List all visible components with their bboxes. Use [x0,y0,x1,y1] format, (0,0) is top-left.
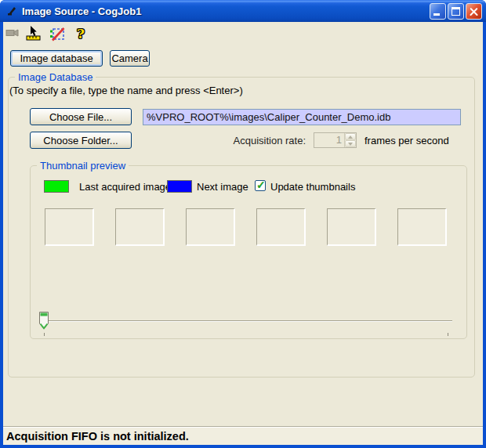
image-database-group-label: Image Database [15,71,96,83]
choose-file-button[interactable]: Choose File... [30,108,132,125]
thumbnail-slot [327,208,376,246]
file-path-input[interactable]: %VPRO_ROOT%\images\Caliper_Counter_Demo.… [143,109,461,125]
slider-tick-right [448,333,448,336]
thumbnail-slider-track[interactable] [43,320,452,322]
file-instruction-text: (To specify a file, type the name and pr… [9,85,243,96]
thumbnail-slot [45,208,94,246]
minimize-icon [433,13,440,16]
thumbnail-slot [256,208,306,246]
choose-folder-button[interactable]: Choose Folder... [30,132,132,149]
next-image-swatch [167,180,192,193]
titlebar[interactable]: Image Source - CogJob1 [0,0,486,22]
maximize-button[interactable] [448,3,464,20]
spinner-up-icon[interactable] [345,133,356,140]
acquisition-rate-unit: frames per second [364,135,449,146]
tab-image-database[interactable]: Image database [10,50,103,67]
close-button[interactable] [466,3,482,20]
camera-icon [5,27,20,38]
minimize-button[interactable] [430,3,446,20]
acquisition-rate-label: Acquisition rate: [196,135,306,146]
no-image-display-icon[interactable] [49,27,66,42]
slider-tick-left [44,333,45,336]
help-icon[interactable]: ? [74,25,87,42]
thumbnail-strip [45,208,447,246]
thumbnail-slider-thumb[interactable] [39,312,49,330]
last-acquired-label: Last acquired image [79,181,171,193]
last-acquired-swatch [44,180,69,193]
spinner-down-icon[interactable] [345,140,356,147]
ruler-pointer-icon[interactable] [24,26,42,42]
update-thumbnails-label: Update thumbnails [270,181,355,193]
acquisition-rate-spinner[interactable]: 1 [314,132,357,148]
status-bar: Acquisition FIFO is not initialized. [3,428,483,445]
client-area: ? Image database Camera Image Database (… [3,22,483,445]
next-image-label: Next image [197,181,248,193]
acquisition-rate-value: 1 [314,133,344,147]
tab-camera[interactable]: Camera [110,50,150,67]
window-icon [5,5,17,17]
thumbnail-slot [115,208,165,246]
maximize-icon [452,7,460,16]
thumbnail-preview-group-label: Thumbnail preview [37,160,129,172]
update-thumbnails-checkbox[interactable] [255,180,266,191]
image-source-window: Image Source - CogJob1 [0,0,486,448]
thumbnail-slot [397,208,447,246]
window-title: Image Source - CogJob1 [22,5,430,17]
thumbnail-slot [186,208,235,246]
